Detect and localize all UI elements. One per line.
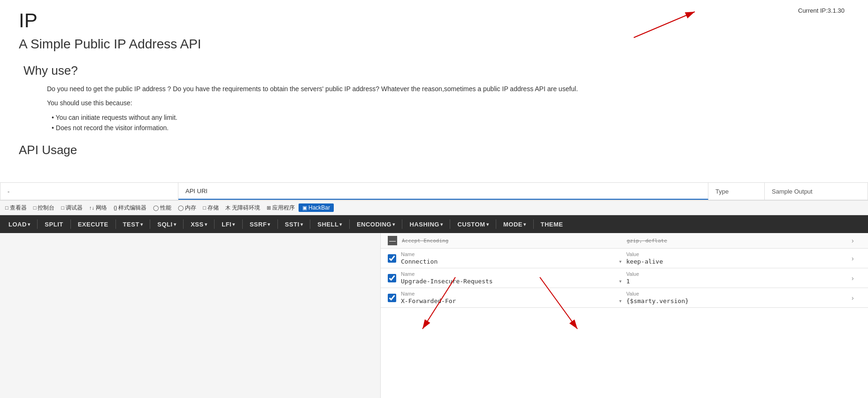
accept-encoding-name: Accept Encoding — [402, 238, 627, 244]
xforward-dropdown[interactable]: ▾ — [619, 298, 622, 304]
table-sample-col: Sample Output — [765, 183, 868, 200]
connection-dropdown[interactable]: ▾ — [619, 259, 622, 264]
hackbar-xss[interactable]: XSS ▾ — [187, 219, 211, 230]
upgrade-dropdown[interactable]: ▾ — [619, 279, 622, 284]
xforward-name-label: Name — [401, 291, 622, 297]
divider-3 — [115, 219, 116, 229]
accept-encoding-action[interactable]: › — [852, 237, 861, 244]
toolbar-performance[interactable]: ◯ 性能 — [150, 203, 174, 213]
upgrade-action[interactable]: › — [852, 274, 861, 282]
hackbar-toolbar: LOAD ▾ SPLIT EXECUTE TEST ▾ SQLI ▾ XSS ▾… — [0, 215, 868, 233]
upgrade-value-label: Value — [626, 271, 847, 277]
upgrade-name-label: Name — [401, 271, 622, 277]
connection-checkbox[interactable] — [388, 254, 396, 263]
hackbar-theme[interactable]: THEME — [537, 219, 567, 230]
lfi-arrow: ▾ — [232, 222, 235, 227]
connection-value-label: Value — [626, 251, 847, 257]
connection-name-label: Name — [401, 251, 622, 257]
row-upgrade-insecure: Name Upgrade-Insecure-Requests ▾ Value 1… — [381, 268, 868, 288]
xforward-name-row: X-Forwarded-For ▾ — [401, 297, 622, 304]
bullet-1: You can initiate requests without any li… — [52, 112, 849, 123]
divider-11 — [402, 219, 402, 229]
divider-6 — [214, 219, 215, 229]
hackbar-split[interactable]: SPLIT — [41, 219, 67, 230]
left-panel — [0, 233, 380, 398]
custom-arrow: ▾ — [486, 222, 489, 227]
ssti-arrow: ▾ — [300, 222, 303, 227]
toolbar-storage[interactable]: □ 存储 — [200, 203, 222, 213]
accessibility-label: 无障碍环境 — [232, 204, 260, 212]
row-x-forwarded-for: Name X-Forwarded-For ▾ Value {$smarty.ve… — [381, 288, 868, 308]
perf-label: 性能 — [160, 204, 171, 212]
network-label: 网络 — [96, 204, 107, 212]
hackbar-hashing[interactable]: HASHING ▾ — [406, 219, 446, 230]
memory-icon: ◯ — [178, 205, 184, 211]
viewer-label: 查看器 — [10, 204, 27, 212]
perf-icon: ◯ — [153, 205, 159, 211]
divider-1 — [37, 219, 38, 229]
divider-7 — [242, 219, 243, 229]
hackbar-test[interactable]: TEST ▾ — [119, 219, 147, 230]
apps-icon: ⊞ — [267, 205, 271, 211]
accept-encoding-value: gzip, deflate — [627, 238, 852, 244]
toolbar-network[interactable]: ↑↓ 网络 — [86, 203, 110, 213]
encoding-arrow: ▾ — [392, 222, 395, 227]
browser-toolbar: □ 查看器 □ 控制台 □ 调试器 ↑↓ 网络 {} 样式编辑器 ◯ 性能 ◯ … — [0, 200, 868, 215]
table-uri-col: API URI — [178, 183, 708, 200]
row-connection: Name Connection ▾ Value keep-alive › — [381, 249, 868, 268]
hackbar-shell[interactable]: SHELL ▾ — [314, 219, 346, 230]
toolbar-debugger[interactable]: □ 调试器 — [58, 203, 85, 213]
hackbar-encoding[interactable]: ENCODING ▾ — [353, 219, 399, 230]
toolbar-console[interactable]: □ 控制台 — [31, 203, 58, 213]
upgrade-value: 1 — [626, 278, 847, 285]
api-table-header: - API URI Type Sample Output — [0, 182, 868, 200]
debugger-label: 调试器 — [66, 204, 83, 212]
hackbar-custom[interactable]: CUSTOM ▾ — [453, 219, 492, 230]
toolbar-apps[interactable]: ⊞ 应用程序 — [264, 203, 298, 213]
xforward-action[interactable]: › — [852, 294, 861, 302]
divider-13 — [496, 219, 496, 229]
hackbar-ssti[interactable]: SSTI ▾ — [281, 219, 307, 230]
api-usage-title: API Usage — [19, 143, 849, 157]
accessibility-icon: 木 — [225, 204, 230, 211]
storage-label: 存储 — [207, 204, 219, 212]
connection-action[interactable]: › — [852, 255, 861, 262]
connection-value: keep-alive — [626, 258, 847, 265]
divider-9 — [310, 219, 310, 229]
style-label: 样式编辑器 — [118, 204, 146, 212]
page-subtitle: A Simple Public IP Address API — [19, 37, 849, 52]
page-title: IP — [19, 9, 849, 32]
hashing-arrow: ▾ — [440, 222, 443, 227]
hackbar-load[interactable]: LOAD ▾ — [5, 219, 34, 230]
storage-icon: □ — [203, 205, 206, 211]
toolbar-viewer[interactable]: □ 查看器 — [2, 203, 30, 213]
toolbar-memory[interactable]: ◯ 内存 — [175, 203, 199, 213]
current-ip-annotation: Current IP:3.1.30 — [798, 7, 845, 14]
toolbar-hackbar[interactable]: ▣ HackBar — [299, 203, 334, 212]
toolbar-style-editor[interactable]: {} 样式编辑器 — [111, 203, 149, 213]
sqli-arrow: ▾ — [174, 222, 177, 227]
divider-8 — [277, 219, 278, 229]
hackbar-lfi[interactable]: LFI ▾ — [218, 219, 239, 230]
xforward-value-label: Value — [626, 291, 847, 297]
hackbar-execute[interactable]: EXECUTE — [74, 219, 112, 230]
accept-encoding-minus[interactable]: — — [388, 236, 397, 245]
xforward-checkbox[interactable] — [388, 294, 396, 302]
why-use-desc1: Do you need to get the public IP address… — [47, 84, 849, 94]
mode-arrow: ▾ — [523, 222, 526, 227]
xforward-value: {$smarty.version} — [626, 297, 847, 304]
main-content: IP A Simple Public IP Address API Why us… — [0, 0, 868, 197]
hackbar-mode[interactable]: MODE ▾ — [499, 219, 530, 230]
console-icon: □ — [33, 205, 37, 211]
hackbar-sqli[interactable]: SQLI ▾ — [154, 219, 180, 230]
network-icon: ↑↓ — [89, 205, 94, 211]
xforward-name: X-Forwarded-For — [401, 297, 617, 304]
divider-2 — [70, 219, 71, 229]
connection-name: Connection — [401, 258, 617, 265]
current-ip-text: Current IP:3.1.30 — [798, 7, 845, 14]
toolbar-accessibility[interactable]: 木 无障碍环境 — [223, 203, 263, 213]
hackbar-icon: ▣ — [302, 205, 307, 211]
viewer-icon: □ — [5, 205, 8, 211]
hackbar-ssrf[interactable]: SSRF ▾ — [246, 219, 274, 230]
upgrade-checkbox[interactable] — [388, 274, 396, 282]
